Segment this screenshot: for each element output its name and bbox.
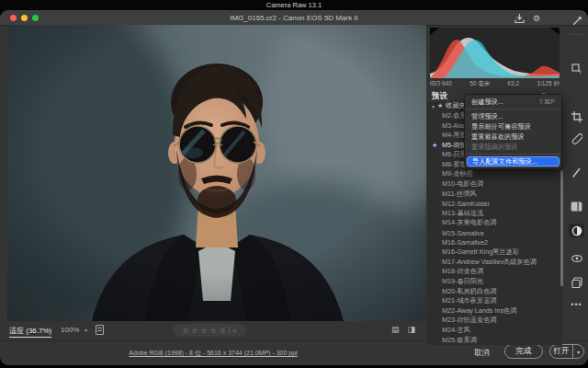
list-item[interactable]: M12-SamKolder [427,199,562,209]
export-icon[interactable] [514,13,525,24]
white-balance-eyedropper-icon[interactable] [569,14,584,28]
more-options-icon[interactable]: ••• [569,297,584,311]
snapshots-icon[interactable] [569,275,584,289]
menu-item-create-preset[interactable]: 创建预设... ⇧⌘P [465,97,561,107]
filmstrip-icon[interactable]: ▤ [391,325,400,334]
list-item[interactable]: M19-春日阳光 [427,277,562,287]
tool-rail: ••• [566,10,588,365]
menubar: Camera Raw 13.1 [0,0,588,10]
list-item[interactable]: M16-Garrett King黑兰迷彩 [427,247,562,258]
crop-icon[interactable] [569,109,584,123]
image-info-link[interactable]: Adobe RGB (1998) - 8 位 - 5616 x 3744 (21… [0,349,426,358]
exif-readout: ISO 640 50 毫米 f/3.2 1/125 秒 [430,80,560,88]
list-item[interactable]: M14-灰青电影色调 [427,218,562,228]
focal-length-value: 50 毫米 [469,80,490,88]
preset-label: M24-古风 [442,326,470,335]
preset-label: M12-SamKolder [442,200,490,208]
zoom-fit-button[interactable]: 适应 (36.7%) [9,326,51,338]
preset-label: M18-街金色调 [442,267,483,276]
menu-separator [466,154,560,155]
menu-item-label: 重置隐藏的预设 [471,143,517,152]
preset-label: M10-电影色调 [442,179,483,189]
panel-top-icons: ⚙ [514,13,540,24]
healing-brush-icon[interactable] [569,132,584,145]
zoom-level-select[interactable]: 100% [61,326,79,334]
disclosure-triangle-icon[interactable]: ▾ [429,103,437,109]
menu-item-import-profiles[interactable]: 导入配置文件和预设... [467,156,560,167]
canvas-status-row: 适应 (36.7%) 100% ▾ ☆ ☆ ☆ ☆ ☆ ○ ▤ ◨ [0,322,426,339]
list-item[interactable]: M20-私房奶白色调 [427,286,562,296]
menu-item-manage-presets[interactable]: 管理预设... [465,111,561,121]
divider [229,327,230,334]
list-item[interactable]: M21-城市夜景蓝调 [427,296,562,306]
list-item[interactable]: M17-Andrew Vasiliev高级灰色调 [427,258,562,268]
color-label-icon[interactable]: ○ [232,327,237,335]
list-item[interactable]: M15-Samalive [427,228,562,238]
shortcut-label: ⇧⌘P [538,98,555,106]
star-icon[interactable]: ☆ [182,327,188,335]
red-eye-icon[interactable] [569,251,584,265]
preset-label: M19-春日阳光 [442,277,483,286]
menu-item-show-compatible[interactable]: 显示部分可兼容预设 [465,121,561,132]
iso-value: ISO 640 [430,80,452,88]
list-item[interactable]: M9-金秋橙 [427,169,562,179]
list-item[interactable]: M25-森系调 [427,335,562,345]
presets-context-menu: 创建预设... ⇧⌘P 管理预设... 显示部分可兼容预设 重置最喜欢的预设 重… [464,94,562,169]
preset-label: M17-Andrew Vasiliev高级灰色调 [442,258,537,267]
gear-icon[interactable]: ⚙ [533,14,540,23]
preset-label: M9-金秋橙 [442,169,473,178]
chevron-down-icon[interactable]: ▾ [85,327,87,333]
list-item[interactable]: M24-古风 [427,326,562,336]
star-icon[interactable]: ☆ [191,327,198,335]
menu-item-label: 创建预设... [471,98,503,107]
menu-item-label: 管理预设... [471,112,503,121]
list-item[interactable]: M23-街拍蓝黄色调 [427,316,562,326]
list-item[interactable]: M10-电影色调 [427,179,562,190]
star-icon[interactable]: ☆ [220,327,226,335]
list-item[interactable]: M13-暮桔逆流 [427,209,562,219]
star-icon: ★ [432,142,437,149]
histogram-plot [430,28,560,78]
adjustment-brush-icon[interactable] [569,165,584,178]
presets-tool-icon[interactable] [569,224,584,237]
shutter-value: 1/125 秒 [537,80,560,88]
preset-label: M22-Away Lands Ins色调 [442,306,516,316]
rating-bar[interactable]: ☆ ☆ ☆ ☆ ☆ ○ [173,324,246,337]
preset-label: M16-Garrett King黑兰迷彩 [442,247,519,257]
star-icon[interactable]: ☆ [200,327,207,335]
group-label: 收藏夹 [446,101,466,110]
before-after-icon[interactable]: ◨ [408,325,416,334]
scrollbar[interactable] [560,170,563,286]
menu-item-reset-favorites[interactable]: 重置最喜欢的预设 [465,132,561,142]
menu-item-label: 重置最喜欢的预设 [471,132,525,142]
done-button[interactable]: 完成 [504,344,543,359]
menu-item-label: 显示部分可兼容预设 [471,122,531,132]
preview-toggle-icon[interactable] [96,325,104,335]
preset-label: M20-私房奶白色调 [442,287,497,296]
divider [570,34,583,35]
preset-label: M21-城市夜景蓝调 [442,296,497,305]
histogram[interactable] [430,28,560,78]
list-item[interactable]: M16-Samalive2 [427,237,562,247]
photo-portrait [7,25,426,321]
preset-label: M11-丝绸风 [442,190,476,199]
list-item[interactable]: M22-Away Lands Ins色调 [427,305,562,316]
cancel-button[interactable]: 取消 [474,348,490,359]
image-canvas[interactable] [7,25,426,321]
preset-label: M23-街拍蓝黄色调 [442,316,497,325]
star-icon: ★ [437,102,446,109]
star-icon[interactable]: ☆ [210,327,217,335]
window-title: IMG_0165.cr2 - Canon EOS 5D Mark II [0,10,588,26]
targeted-adjustment-icon[interactable] [569,62,584,75]
menu-separator [466,109,560,109]
aperture-value: f/3.2 [507,80,519,88]
list-item[interactable]: M18-街金色调 [427,267,562,277]
camera-raw-app: Camera Raw 13.1 IMG_0165.cr2 - Canon EOS… [0,0,588,368]
preset-label: M15-Samalive [442,229,484,237]
menu-item-reset-hidden: 重置隐藏的预设 [465,142,561,152]
preset-label: M16-Samalive2 [442,238,488,247]
edit-panel-icon[interactable] [569,200,584,213]
app-title: Camera Raw 13.1 [266,1,322,9]
list-item[interactable]: M11-丝绸风 [427,189,562,199]
titlebar: IMG_0165.cr2 - Canon EOS 5D Mark II [0,10,588,26]
